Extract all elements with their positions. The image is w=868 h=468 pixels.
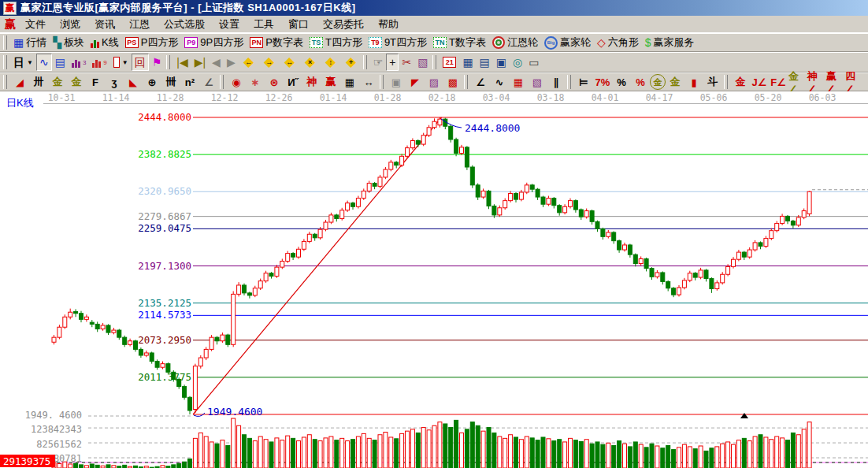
shen-angle-tool[interactable]: 神∠	[807, 73, 825, 91]
menu-item-7[interactable]: 窗口	[282, 16, 315, 33]
p-square-button[interactable]: PSP四方形	[122, 34, 182, 51]
percent-line-tool[interactable]: %	[631, 73, 650, 91]
ninet-square-button[interactable]: T99T四方形	[365, 34, 430, 51]
zoom-v-button[interactable]: ◆↕	[321, 54, 341, 71]
angle-tool[interactable]: ∠	[199, 73, 218, 91]
goto-last-button[interactable]: ▶|	[191, 54, 209, 71]
gold-levels-tool[interactable]: 金	[666, 73, 684, 91]
notepad-icon[interactable]: ▤	[477, 54, 493, 71]
winner-wheel-button[interactable]: Big赢家轮	[541, 34, 594, 51]
dipper-tool[interactable]: 斗	[703, 73, 722, 91]
toolbar-grip[interactable]	[3, 35, 7, 50]
si-angle-tool[interactable]: 四∠	[844, 73, 863, 91]
info-panel-icon[interactable]: ▤	[52, 54, 69, 71]
gold-angle-tool[interactable]: 金∠	[788, 73, 807, 91]
save-icon[interactable]: ▣	[493, 54, 510, 71]
spiral-tool[interactable]: ʒ	[105, 73, 124, 91]
hexagon-button[interactable]: ◇六角形	[594, 34, 642, 51]
marker-tool[interactable]: ◣	[124, 73, 143, 91]
toolbar-grip[interactable]	[3, 55, 7, 69]
child-window-icon[interactable]: 赢	[3, 17, 17, 32]
red-grid-tool[interactable]: ▦	[509, 73, 528, 91]
scroll-right-button[interactable]: ◆→	[259, 54, 280, 71]
goto-first-button[interactable]: |◀	[173, 54, 191, 71]
ruler-lines-tool[interactable]: 卌	[161, 73, 180, 91]
target-tool[interactable]: ◉	[227, 73, 246, 91]
gann-lines-tool[interactable]: 卅	[29, 73, 48, 91]
price-scale-tool[interactable]: ⊨	[574, 73, 593, 91]
speed-fan-tool[interactable]: ◤	[406, 73, 425, 91]
menu-item-6[interactable]: 工具	[247, 16, 280, 33]
candle-style-dropdown[interactable]: ▼	[110, 54, 132, 71]
menu-item-0[interactable]: 文件	[19, 16, 52, 33]
chip-distribution-icon[interactable]: 回	[132, 54, 149, 71]
trend-angle-tool[interactable]: ∠	[471, 73, 490, 91]
web-box-tool[interactable]: ▩	[443, 73, 462, 91]
gold-circle-tool[interactable]: 金	[650, 74, 666, 90]
format-tool-icon[interactable]: ▧	[414, 54, 431, 71]
zoom-all-button[interactable]: ◆+	[341, 54, 362, 71]
web-square-tool[interactable]: ⊛	[265, 73, 284, 91]
p-number-table-button[interactable]: PNP数字表	[247, 34, 306, 51]
t-number-table-button[interactable]: TNT数字表	[430, 34, 489, 51]
quotes-button[interactable]: ▦行情	[10, 34, 50, 51]
percent-tool[interactable]: %	[612, 73, 631, 91]
menu-item-8[interactable]: 交易委托	[317, 16, 370, 33]
menu-item-1[interactable]: 浏览	[54, 16, 87, 33]
menu-item-9[interactable]: 帮助	[372, 16, 405, 33]
win-lines-tool[interactable]: 赢	[321, 73, 340, 91]
flag-marker-icon[interactable]: ⚑	[149, 54, 165, 71]
fibonacci-lines-tool[interactable]: F	[86, 73, 105, 91]
next-bar-button[interactable]: ▶	[224, 54, 239, 71]
wave-mark-tool[interactable]: И˝	[284, 73, 302, 91]
percent7-tool[interactable]: 7%	[593, 73, 612, 91]
kline-button[interactable]: K线	[87, 34, 122, 51]
gann-wheel-button[interactable]: 江恩轮	[489, 34, 541, 51]
minute3-chart-icon[interactable]: 3	[69, 54, 89, 71]
ninep-square-button[interactable]: P99P四方形	[181, 34, 247, 51]
prev-bar-button[interactable]: ◀	[209, 54, 224, 71]
hand-tool-icon[interactable]: ☞	[370, 54, 387, 71]
minute-chart-icon[interactable]: ∿	[36, 54, 52, 71]
minute9-chart-icon[interactable]: 9	[89, 54, 109, 71]
wave-tool[interactable]: ∿	[490, 73, 509, 91]
title-bar[interactable]: 赢 赢家江恩专业版[赢家内部服务平台] - [上证指数 SH1A0001-167…	[0, 0, 868, 16]
toolbar-grip[interactable]	[3, 75, 7, 89]
t-square-button[interactable]: TST四方形	[306, 34, 365, 51]
parallel-lines-tool[interactable]: ∥	[547, 73, 566, 91]
chart-canvas[interactable]: 10-3111-1411-2812-1212-2601-1401-2802-18…	[0, 91, 868, 468]
compress-button[interactable]: ◆×	[300, 54, 321, 71]
zoom-h-button[interactable]: ◆↔	[280, 54, 300, 71]
fan-box-tool[interactable]: ▨	[425, 73, 443, 91]
network-icon[interactable]: ◎	[510, 54, 525, 71]
print-icon[interactable]: ▭	[525, 54, 542, 71]
rect-select-tool[interactable]: ▣	[387, 73, 406, 91]
menu-item-5[interactable]: 设置	[213, 16, 246, 33]
width-measure-tool[interactable]: ↔	[359, 73, 378, 91]
menu-item-4[interactable]: 公式选股	[158, 16, 211, 33]
square-numbers-tool[interactable]: n²	[180, 73, 199, 91]
gann-circle-tool[interactable]: ⊕	[143, 73, 161, 91]
candle-pen-tool[interactable]: ▮	[684, 73, 703, 91]
shen-lines-tool[interactable]: 神	[302, 73, 321, 91]
gold-split-tool[interactable]: 金	[48, 73, 67, 91]
period-day-dropdown[interactable]: 日▼	[10, 54, 36, 71]
winner-service-button[interactable]: $赢家服务	[642, 34, 698, 51]
gold-split2-tool[interactable]: 金	[67, 73, 86, 91]
calendar-icon[interactable]: 21	[440, 54, 459, 71]
menu-item-2[interactable]: 资讯	[88, 16, 121, 33]
calculator-icon[interactable]: ▦	[459, 54, 476, 71]
shade-grid-tool[interactable]: ▧	[528, 73, 547, 91]
win-angle-tool[interactable]: 赢∠	[825, 73, 844, 91]
cut-tool-icon[interactable]: ✂	[399, 54, 414, 71]
j-angle-tool[interactable]: J∠	[750, 73, 769, 91]
grid-ruler-tool[interactable]: ▦	[340, 73, 359, 91]
scroll-left-button[interactable]: ◆←	[239, 54, 259, 71]
menu-item-3[interactable]: 江恩	[123, 16, 156, 33]
brush-tool[interactable]: ◢	[10, 73, 29, 91]
f-angle-tool[interactable]: F∠	[769, 73, 788, 91]
star-web-tool[interactable]: ∗	[246, 73, 265, 91]
crosshair-tool-icon[interactable]: +	[386, 54, 399, 71]
sectors-button[interactable]: ▚板块	[50, 34, 87, 51]
gold-wave-tool[interactable]: 金	[731, 73, 750, 91]
